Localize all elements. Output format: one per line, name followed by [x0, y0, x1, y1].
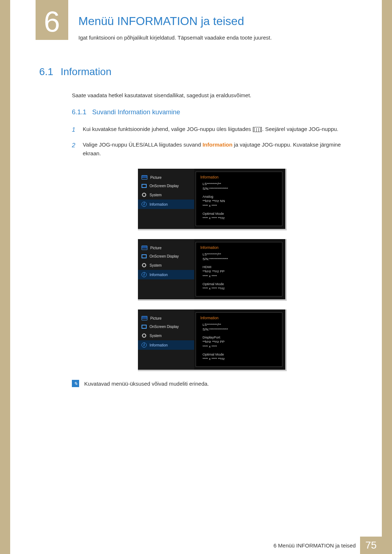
osd-item-information: iInformation [138, 270, 194, 279]
osd-frequency: **kHz **Hz NN [203, 199, 278, 203]
step-2-text-1: Valige JOG-nuppu ÜLES/ALLA liigutades su… [83, 141, 203, 148]
osd-info-panel: Information LS********/** S/N:**********… [196, 172, 282, 226]
info-icon: i [142, 342, 147, 348]
osd-mode-label: Optimal Mode [203, 282, 278, 286]
osd-item-system: System [138, 190, 194, 200]
screen-icon [142, 254, 147, 258]
gear-icon [142, 263, 147, 268]
osd-panel-title: Information [200, 175, 278, 180]
osd-panel-title: Information [200, 245, 278, 250]
osd-item-label: Picture [150, 246, 162, 250]
chapter-title: Menüü INFORMATION ja teised [78, 15, 353, 28]
osd-item-onscreen-display: OnScreen Display [138, 323, 194, 331]
osd-source: DisplayPort [203, 335, 278, 340]
osd-source: HDMI [203, 265, 278, 269]
footer-text: 6 Menüü INFORMATION ja teised [269, 542, 360, 549]
note-icon: ✎ [72, 380, 79, 387]
chapter-header: 6 Menüü INFORMATION ja teised Igat funkt… [10, 0, 382, 41]
monitor-icon [142, 175, 147, 180]
page-footer: 6 Menüü INFORMATION ja teised 75 [269, 537, 382, 554]
osd-panel-hdmi: Picture OnScreen Display System iInforma… [138, 239, 287, 301]
osd-info-panel: Information LS********/** S/N:**********… [196, 312, 282, 367]
info-icon: i [142, 202, 147, 207]
osd-mode-label: Optimal Mode [203, 212, 278, 216]
osd-item-onscreen-display: OnScreen Display [138, 182, 194, 190]
subsection-heading: 6.1.1 Suvandi Information kuvamine [72, 108, 353, 116]
osd-panel-analog: Picture OnScreen Display System iInforma… [138, 169, 287, 230]
step-2: 2 Valige JOG-nuppu ÜLES/ALLA liigutades … [72, 140, 353, 158]
section-number: 6.1 [39, 66, 53, 78]
osd-item-label: OnScreen Display [150, 325, 179, 329]
step-1-text-after: ]. Seejärel vajutage JOG-nuppu. [261, 126, 338, 132]
osd-screenshots: Picture OnScreen Display System iInforma… [72, 169, 353, 371]
gear-icon [142, 192, 147, 197]
monitor-icon [142, 316, 147, 320]
step-2-highlight: Information [203, 141, 233, 148]
osd-item-picture: Picture [138, 243, 194, 252]
chapter-description: Igat funktsiooni on põhjalikult kirjelda… [78, 34, 353, 41]
osd-mode-value: **** x **** **Hz [203, 286, 278, 291]
osd-resolution: **** x **** [203, 344, 278, 349]
osd-item-label: OnScreen Display [150, 254, 179, 258]
osd-source: Analog [203, 194, 278, 199]
section-title: Information [61, 66, 111, 78]
osd-serial: S/N:************** [203, 327, 278, 332]
osd-item-system: System [138, 331, 194, 340]
screen-icon [142, 325, 147, 329]
section-intro: Saate vaadata hetkel kasutatavat sisenda… [72, 92, 353, 98]
osd-item-information: iInformation [138, 200, 194, 209]
osd-item-label: System [150, 263, 162, 267]
osd-mode-value: **** x **** **Hz [203, 216, 278, 220]
osd-frequency: **kHz **Hz PP [203, 269, 278, 274]
osd-item-information: iInformation [138, 340, 194, 350]
osd-panel-displayport: Picture OnScreen Display System iInforma… [138, 309, 287, 371]
screen-icon [142, 184, 147, 188]
step-number: 1 [72, 125, 78, 135]
section-heading: 6.1 Information [39, 66, 353, 78]
osd-serial: S/N:************** [203, 186, 278, 191]
menu-icon [254, 127, 261, 132]
osd-mode-value: **** x **** **Hz [203, 357, 278, 361]
page-number: 75 [360, 537, 382, 554]
gear-icon [142, 333, 147, 338]
osd-item-picture: Picture [138, 173, 194, 182]
osd-resolution: **** x **** [203, 204, 278, 208]
osd-resolution: **** x **** [203, 274, 278, 278]
osd-item-onscreen-display: OnScreen Display [138, 252, 194, 260]
osd-serial: S/N:************** [203, 257, 278, 261]
osd-menu-list: Picture OnScreen Display System iInforma… [138, 169, 194, 229]
chapter-number: 6 [36, 0, 68, 40]
monitor-icon [142, 246, 147, 250]
step-number: 2 [72, 140, 78, 158]
osd-panel-title: Information [200, 316, 278, 320]
osd-item-label: System [150, 334, 162, 338]
osd-item-label: Information [150, 343, 168, 347]
note-text: Kuvatavad menüü-üksused võivad mudeliti … [84, 381, 209, 387]
osd-item-system: System [138, 260, 194, 270]
step-1-text-before: Kui kuvatakse funktsioonide juhend, vali… [83, 126, 254, 132]
osd-info-panel: Information LS********/** S/N:**********… [196, 242, 282, 296]
subsection-number: 6.1.1 [72, 108, 86, 116]
osd-menu-list: Picture OnScreen Display System iInforma… [138, 239, 194, 299]
osd-item-label: Picture [150, 176, 162, 180]
info-icon: i [142, 272, 147, 277]
osd-item-label: OnScreen Display [150, 184, 179, 188]
osd-model: LS********/** [203, 323, 278, 327]
subsection-title: Suvandi Information kuvamine [92, 108, 180, 116]
osd-item-label: System [150, 193, 162, 197]
osd-menu-list: Picture OnScreen Display System iInforma… [138, 309, 194, 370]
osd-model: LS********/** [203, 182, 278, 186]
step-1: 1 Kui kuvatakse funktsioonide juhend, va… [72, 125, 353, 135]
osd-frequency: **kHz **Hz PP [203, 340, 278, 344]
osd-mode-label: Optimal Mode [203, 352, 278, 357]
osd-item-label: Picture [150, 316, 162, 320]
osd-item-label: Information [150, 202, 168, 206]
note-row: ✎ Kuvatavad menüü-üksused võivad mudelit… [72, 380, 353, 387]
osd-item-label: Information [150, 273, 168, 277]
osd-model: LS********/** [203, 252, 278, 257]
osd-item-picture: Picture [138, 314, 194, 323]
